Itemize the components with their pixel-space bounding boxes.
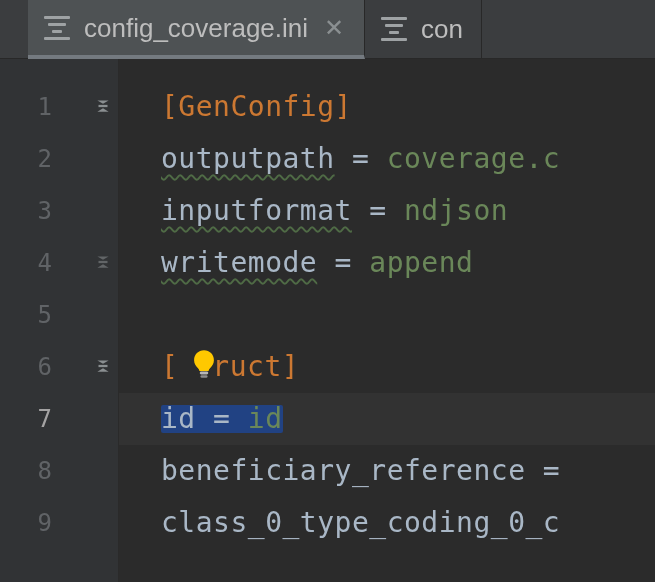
editor: 1 2 3 4 5 6 7 8 9 [GenConfig]	[0, 59, 655, 582]
line-number-text: 5	[38, 303, 52, 327]
fold-minus-icon[interactable]	[94, 251, 112, 275]
section-header-right: ruct]	[212, 353, 299, 381]
svg-marker-3	[97, 256, 108, 259]
code-line[interactable]: class_0_type_coding_0_c	[119, 497, 655, 549]
line-number[interactable]: 6	[0, 341, 118, 393]
svg-marker-7	[97, 368, 108, 371]
line-number[interactable]: 8	[0, 445, 118, 497]
code-line[interactable]: writemode = append	[119, 237, 655, 289]
ini-value: coverage.c	[387, 145, 561, 173]
ini-eq: =	[196, 402, 248, 435]
code-line[interactable]: outputpath = coverage.c	[119, 133, 655, 185]
line-number[interactable]: 4	[0, 237, 118, 289]
ini-key: writemode	[161, 249, 317, 277]
section-header-left: [	[161, 353, 178, 381]
fold-minus-icon[interactable]	[94, 95, 112, 119]
line-number[interactable]: 9	[0, 497, 118, 549]
code-line[interactable]: inputformat = ndjson	[119, 185, 655, 237]
gutter: 1 2 3 4 5 6 7 8 9	[0, 59, 119, 582]
svg-rect-9	[200, 372, 209, 375]
fold-minus-icon[interactable]	[94, 355, 112, 379]
line-number[interactable]: 7	[0, 393, 118, 445]
ini-eq: =	[526, 457, 561, 485]
code-line[interactable]: [ ruct]	[119, 341, 655, 393]
ini-eq: =	[317, 249, 369, 277]
code-line[interactable]	[119, 289, 655, 341]
ini-key: id	[161, 402, 196, 435]
tab-next[interactable]: con	[365, 0, 482, 58]
code-line[interactable]: beneficiary_reference =	[119, 445, 655, 497]
tab-bar: config_coverage.ini ✕ con	[0, 0, 655, 59]
svg-rect-2	[99, 105, 108, 107]
svg-rect-10	[200, 375, 207, 378]
ini-eq: =	[352, 197, 404, 225]
ini-key: beneficiary_reference	[161, 457, 526, 485]
svg-marker-6	[97, 360, 108, 363]
code-area[interactable]: [GenConfig] outputpath = coverage.c inpu…	[119, 59, 655, 582]
ini-file-icon	[381, 17, 407, 41]
line-number-text: 6	[38, 355, 52, 379]
svg-rect-8	[99, 365, 108, 367]
line-number-text: 4	[38, 251, 52, 275]
tab-label: config_coverage.ini	[84, 15, 308, 41]
line-number[interactable]: 1	[0, 81, 118, 133]
ini-value: ndjson	[404, 197, 508, 225]
ini-file-icon	[44, 16, 70, 40]
line-number[interactable]: 2	[0, 133, 118, 185]
line-number[interactable]: 5	[0, 289, 118, 341]
close-icon[interactable]: ✕	[322, 16, 346, 40]
code-line[interactable]: [GenConfig]	[119, 81, 655, 133]
line-number[interactable]: 3	[0, 185, 118, 237]
tab-config-coverage[interactable]: config_coverage.ini ✕	[28, 0, 365, 59]
svg-marker-0	[97, 100, 108, 103]
svg-rect-5	[99, 261, 108, 263]
code-line[interactable]: id = id	[119, 393, 655, 445]
line-number-text: 3	[38, 199, 52, 223]
ini-key: inputformat	[161, 197, 352, 225]
section-header: [GenConfig]	[161, 93, 352, 121]
line-number-text: 2	[38, 147, 52, 171]
ini-key: outputpath	[161, 145, 335, 173]
ini-eq: =	[335, 145, 387, 173]
svg-marker-1	[97, 108, 108, 111]
selection: id = id	[161, 405, 283, 433]
svg-marker-4	[97, 264, 108, 267]
line-number-text: 9	[38, 511, 52, 535]
line-number-text: 8	[38, 459, 52, 483]
ini-value: append	[369, 249, 473, 277]
ini-key: class_0_type_coding_0_c	[161, 509, 560, 537]
line-number-text: 1	[38, 95, 52, 119]
tab-label: con	[421, 16, 463, 42]
ini-value: id	[248, 402, 283, 435]
line-number-text: 7	[38, 407, 52, 431]
lightbulb-hint-icon[interactable]	[187, 348, 221, 387]
